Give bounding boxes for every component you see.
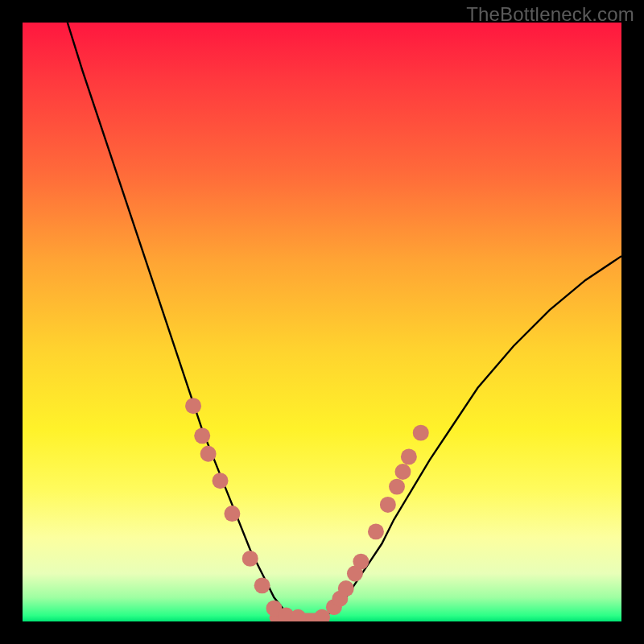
data-marker <box>394 464 411 480</box>
data-marker <box>213 473 229 489</box>
markers-left <box>185 398 306 621</box>
data-marker <box>194 427 210 444</box>
data-marker <box>224 506 240 522</box>
data-marker <box>389 479 405 495</box>
plot-area <box>23 23 621 621</box>
data-marker <box>200 446 217 462</box>
data-marker <box>254 577 270 593</box>
data-marker <box>368 523 384 539</box>
data-marker <box>185 398 201 414</box>
outer-frame: TheBottleneck.com <box>0 0 644 644</box>
data-marker <box>401 448 417 464</box>
data-marker <box>413 425 429 441</box>
chart-svg <box>23 23 621 621</box>
data-marker <box>338 580 354 597</box>
data-marker <box>380 497 396 513</box>
markers-right <box>314 425 429 621</box>
series-left-curve <box>68 23 298 618</box>
data-marker <box>353 554 369 570</box>
left-curve-path <box>68 23 298 618</box>
data-marker <box>242 551 258 567</box>
